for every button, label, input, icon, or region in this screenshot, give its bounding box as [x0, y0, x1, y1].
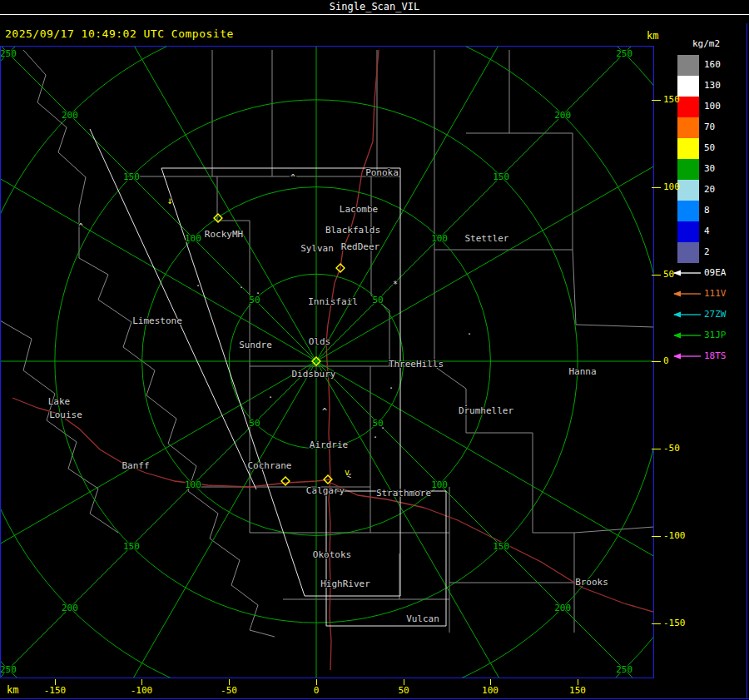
minor-marker: · — [467, 330, 472, 339]
y-axis-tick — [652, 536, 661, 537]
title-bar: Single_Scan_VIL — [0, 0, 749, 15]
x-axis-tick-label: -150 — [38, 685, 72, 696]
station-id-label: 09EA — [704, 268, 727, 278]
azimuth-line — [0, 46, 316, 361]
city-label: Hanna — [568, 366, 596, 377]
color-scale-swatch — [677, 76, 699, 97]
azimuth-line — [50, 46, 316, 361]
city-label: Stettler — [465, 233, 509, 244]
minor-marker: · — [268, 393, 273, 402]
range-label: 250 — [616, 664, 632, 675]
x-axis-tick-label: 50 — [387, 685, 420, 696]
x-axis-tick-label: -100 — [125, 685, 158, 696]
range-label: 150 — [493, 171, 509, 182]
city-label: Cochrane — [248, 460, 292, 471]
minor-marker: ^ — [78, 222, 83, 231]
radar-map[interactable]: 5050505010010010010015015015015020020020… — [0, 46, 654, 678]
x-axis-tick — [316, 679, 317, 685]
minor-marker: · — [389, 384, 394, 393]
city-label: Sylvan — [300, 243, 334, 254]
y-axis-tick — [652, 449, 661, 449]
city-label: Didsbury — [292, 369, 336, 380]
range-label: 200 — [62, 603, 78, 613]
city-label: Lake — [48, 396, 71, 407]
range-label: 150 — [493, 541, 509, 552]
minor-marker: ^ — [322, 407, 327, 416]
range-label: 100 — [431, 233, 448, 244]
city-label: HighRiver — [320, 578, 370, 589]
y-axis-tick-label: 50 — [663, 270, 674, 280]
y-axis-tick-label: -50 — [663, 444, 680, 454]
highways — [12, 50, 653, 670]
range-label: 200 — [554, 110, 571, 121]
y-axis-tick — [652, 100, 661, 101]
x-axis-tick-label: 100 — [474, 685, 507, 696]
city-label: Calgary — [306, 485, 345, 496]
color-scale-value: 20 — [704, 185, 715, 195]
storm-motion-arrow: ↓ — [166, 195, 172, 206]
minor-marker: · — [196, 281, 201, 290]
range-label: 100 — [185, 233, 201, 244]
azimuth-line — [0, 361, 316, 678]
station-id-label: 27ZW — [704, 310, 727, 320]
color-scale-swatch — [677, 201, 699, 221]
county-boundary-line — [23, 50, 86, 258]
y-axis-tick-label: 150 — [663, 95, 680, 105]
storm-marker-tick: v — [345, 468, 350, 477]
city-label: Banff — [122, 460, 149, 471]
color-scale-swatch — [677, 159, 699, 180]
color-scale-value: 8 — [704, 206, 710, 216]
city-label: Blackfalds — [325, 225, 380, 236]
highway-line — [326, 50, 379, 670]
color-scale-value: 2 — [704, 247, 710, 257]
frame-line-bottom — [0, 698, 749, 699]
station-arrow-icon — [671, 330, 702, 340]
radar-app-window: Single_Scan_VIL 2025/09/17 10:49:02 UTC … — [0, 0, 749, 700]
station-id-label: 111V — [704, 289, 727, 299]
y-axis-tick — [652, 187, 661, 188]
city-label: Okotoks — [313, 549, 351, 560]
color-scale-unit-label: kg/m2 — [692, 38, 720, 49]
county-boundary-line — [217, 176, 250, 366]
color-scale-swatch — [677, 221, 699, 242]
x-axis-tick-label: 0 — [300, 685, 333, 696]
minor-marker: · — [380, 424, 385, 433]
range-label: 250 — [0, 48, 17, 59]
frame-line-right — [747, 23, 747, 699]
station-arrow-icon — [671, 351, 702, 361]
minor-marker: · — [373, 433, 378, 442]
city-label: Innisfail — [308, 296, 358, 307]
y-axis-tick-label: -100 — [663, 531, 686, 541]
y-axis-tick-label: -150 — [663, 618, 686, 628]
range-label: 150 — [123, 171, 140, 182]
station-arrow-icon — [671, 289, 702, 299]
highway-line — [330, 483, 653, 612]
scan-timestamp-label: 2025/09/17 10:49:02 UTC Composite — [5, 27, 234, 40]
city-label: Louise — [49, 410, 82, 420]
color-scale-swatch — [677, 97, 699, 117]
x-axis-tick — [229, 679, 230, 685]
minor-marker: ^ — [290, 173, 295, 182]
city-label: Olds — [309, 336, 331, 347]
city-label: Limestone — [132, 315, 182, 326]
color-scale-swatch — [677, 180, 699, 201]
range-label: 150 — [123, 541, 140, 552]
city-label: Brooks — [575, 577, 608, 588]
county-boundary-line — [0, 320, 118, 533]
city-label: Airdrie — [310, 439, 348, 450]
x-axis-unit-label: km — [7, 684, 18, 696]
county-boundary-line — [434, 366, 533, 433]
county-boundary-line — [573, 250, 654, 327]
coverage-outlines — [90, 129, 446, 626]
window-title: Single_Scan_VIL — [330, 1, 419, 12]
color-scale-value: 130 — [704, 81, 721, 91]
x-axis-tick — [141, 679, 142, 685]
minor-marker: · — [255, 289, 260, 298]
minor-marker: · — [239, 283, 244, 292]
color-scale-swatch — [677, 117, 699, 138]
x-axis-tick-label: 150 — [561, 685, 594, 696]
storm-marker-diamond — [281, 477, 290, 485]
y-axis-tick — [652, 275, 661, 276]
county-boundary-line — [574, 527, 654, 533]
color-scale-value: 30 — [704, 164, 715, 174]
